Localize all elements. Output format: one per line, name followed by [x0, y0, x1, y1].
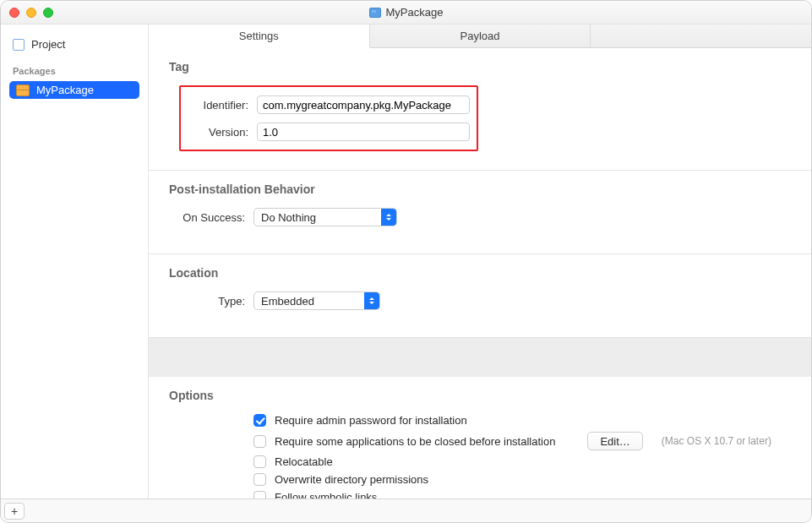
bottom-toolbar: +: [1, 498, 811, 522]
panel-location: Location Type: Embedded: [149, 254, 811, 338]
panel-header-tag: Tag: [169, 60, 791, 74]
sidebar: Project Packages MyPackage: [1, 25, 149, 498]
chevron-updown-icon: [381, 209, 396, 226]
panel-tag: Tag Identifier: Version:: [149, 48, 811, 171]
option-relocatable-label: Relocatable: [275, 455, 333, 468]
identifier-input[interactable]: [257, 95, 470, 114]
on-success-label: On Success:: [169, 211, 253, 224]
titlebar[interactable]: MyPackage: [1, 1, 811, 25]
sidebar-item-project[interactable]: Project: [9, 35, 139, 64]
checkbox-require-close-apps[interactable]: [253, 435, 266, 448]
option-require-close-label: Require some applications to be closed b…: [275, 435, 555, 448]
version-input[interactable]: [257, 123, 470, 141]
project-label: Project: [31, 38, 65, 51]
settings-content: Tag Identifier: Version: Post-installat: [149, 48, 811, 498]
tab-settings[interactable]: Settings: [149, 25, 370, 48]
document-icon: [369, 8, 381, 18]
location-type-select[interactable]: Embedded: [253, 291, 380, 310]
location-type-value: Embedded: [261, 295, 314, 308]
on-success-select[interactable]: Do Nothing: [253, 208, 397, 226]
on-success-value: Do Nothing: [261, 211, 316, 224]
panel-post-install: Post-installation Behavior On Success: D…: [149, 171, 811, 254]
panel-gap: [149, 338, 811, 377]
location-type-label: Type:: [169, 295, 253, 308]
checkbox-relocatable[interactable]: [253, 455, 266, 468]
app-window: MyPackage Project Packages MyPackage Set…: [0, 0, 812, 523]
highlight-annotation: Identifier: Version:: [179, 85, 478, 151]
tab-label: Payload: [460, 30, 500, 42]
edit-hint: (Mac OS X 10.7 or later): [662, 435, 771, 447]
plus-icon: +: [11, 505, 18, 517]
identifier-label: Identifier:: [181, 99, 257, 112]
sidebar-section-packages: Packages: [9, 64, 139, 81]
panel-header-post: Post-installation Behavior: [169, 183, 791, 196]
sidebar-item-label: MyPackage: [36, 84, 94, 96]
tab-label: Settings: [239, 30, 279, 42]
minimize-window-button[interactable]: [26, 8, 36, 18]
chevron-updown-icon: [364, 292, 379, 309]
zoom-window-button[interactable]: [43, 8, 53, 18]
edit-button-label: Edit…: [600, 435, 629, 448]
checkbox-require-admin[interactable]: [253, 414, 266, 427]
option-overwrite-label: Overwrite directory permissions: [275, 473, 428, 486]
sidebar-item-mypackage[interactable]: MyPackage: [9, 81, 139, 99]
panel-options: Options Require admin password for insta…: [149, 377, 811, 498]
main-area: Settings Payload Tag Identifier:: [149, 25, 811, 498]
tab-bar: Settings Payload: [149, 25, 811, 48]
edit-button[interactable]: Edit…: [587, 432, 642, 450]
window-title-text: MyPackage: [386, 6, 444, 19]
add-button[interactable]: +: [4, 503, 25, 520]
close-window-button[interactable]: [9, 8, 19, 18]
checkbox-overwrite-permissions[interactable]: [253, 473, 266, 486]
package-icon: [16, 84, 30, 96]
tab-spacer: [591, 25, 811, 47]
window-title: MyPackage: [1, 6, 811, 19]
version-label: Version:: [181, 126, 257, 139]
tab-payload[interactable]: Payload: [370, 25, 591, 47]
option-follow-symlinks-label: Follow symbolic links: [275, 491, 377, 498]
window-controls: [9, 8, 53, 18]
panel-header-location: Location: [169, 266, 791, 280]
panel-header-options: Options: [169, 389, 791, 402]
project-icon: [13, 39, 25, 51]
option-require-admin-label: Require admin password for installation: [275, 414, 467, 427]
checkbox-follow-symlinks[interactable]: [253, 491, 266, 498]
